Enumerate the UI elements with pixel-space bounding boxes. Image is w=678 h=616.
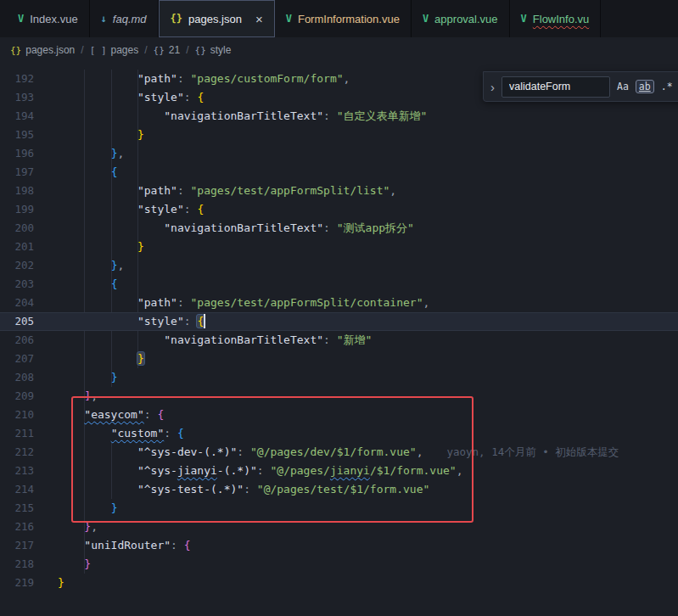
code-line[interactable]: 215 } bbox=[0, 499, 678, 518]
code-editor[interactable]: 192 "path": "pages/customForm/form",193 … bbox=[0, 63, 678, 616]
code-line-content[interactable]: "style": { bbox=[58, 312, 678, 331]
code-line[interactable]: 206 "navigationBarTitleText": "新增" bbox=[0, 331, 678, 350]
code-line-content[interactable]: "uniIdRouter": { bbox=[58, 536, 678, 555]
code-line[interactable]: 210 "easycom": { bbox=[0, 406, 678, 424]
breadcrumb-label: style bbox=[210, 44, 232, 56]
code-line-content[interactable]: ], bbox=[58, 387, 678, 406]
line-number: 200 bbox=[0, 219, 58, 238]
code-line[interactable]: 213 "^sys-jianyi-(.*)": "@/pages/jianyi/… bbox=[0, 462, 678, 480]
code-line-content[interactable]: } bbox=[58, 350, 678, 368]
object-icon: {} bbox=[195, 45, 206, 56]
tab-label: pages.json bbox=[188, 13, 242, 25]
code-line-content[interactable]: "^sys-dev-(.*)": "@/pages/dev/$1/form.vu… bbox=[58, 443, 678, 462]
code-line[interactable]: 211 "custom": { bbox=[0, 424, 678, 443]
code-line[interactable]: 217 "uniIdRouter": { bbox=[0, 536, 678, 555]
code-line-content[interactable]: { bbox=[58, 163, 678, 182]
match-case-icon[interactable]: Aa bbox=[617, 81, 629, 92]
code-line-content[interactable]: }, bbox=[58, 144, 678, 163]
code-line[interactable]: 205 "style": { bbox=[0, 312, 678, 331]
toggle-replace-chevron-icon[interactable]: › bbox=[490, 80, 495, 94]
code-line[interactable]: 202 }, bbox=[0, 256, 678, 275]
vue-file-icon: V bbox=[423, 13, 429, 25]
breadcrumb-item-file[interactable]: {} pages.json bbox=[10, 44, 75, 56]
code-line[interactable]: 199 "style": { bbox=[0, 200, 678, 219]
code-line[interactable]: 208 } bbox=[0, 368, 678, 387]
breadcrumb-separator: / bbox=[81, 44, 83, 56]
code-line[interactable]: 216 }, bbox=[0, 518, 678, 536]
breadcrumb-item-21[interactable]: {} 21 bbox=[154, 44, 181, 56]
code-line-content[interactable]: "^sys-test-(.*)": "@/pages/test/$1/form.… bbox=[58, 480, 678, 499]
code-line[interactable]: 219} bbox=[0, 574, 678, 592]
line-number: 201 bbox=[0, 238, 58, 256]
code-line-content[interactable]: } bbox=[58, 126, 678, 144]
code-line-content[interactable]: } bbox=[58, 574, 678, 592]
code-line-content[interactable]: "navigationBarTitleText": "新增" bbox=[58, 331, 678, 350]
code-line-content[interactable]: }, bbox=[58, 256, 678, 275]
code-line-content[interactable]: "path": "pages/test/appFormSplit/list", bbox=[58, 182, 678, 200]
line-number: 192 bbox=[0, 70, 58, 88]
whole-word-icon[interactable]: ab bbox=[636, 80, 654, 93]
breadcrumb-item-style[interactable]: {} style bbox=[195, 44, 232, 56]
code-line-content[interactable]: "style": { bbox=[58, 200, 678, 219]
line-number: 205 bbox=[0, 312, 58, 331]
code-line[interactable]: 198 "path": "pages/test/appFormSplit/lis… bbox=[0, 182, 678, 200]
tab-index-vue[interactable]: V Index.vue bbox=[7, 0, 90, 37]
line-number: 202 bbox=[0, 256, 58, 275]
tab-pages-json[interactable]: {} pages.json × bbox=[159, 0, 275, 37]
breadcrumb-separator: / bbox=[144, 44, 147, 56]
line-number: 196 bbox=[0, 144, 58, 163]
code-lines: 192 "path": "pages/customForm/form",193 … bbox=[0, 70, 678, 592]
code-line-content[interactable]: } bbox=[58, 499, 678, 518]
line-number: 210 bbox=[0, 406, 58, 424]
close-icon[interactable]: × bbox=[255, 13, 263, 25]
line-number: 195 bbox=[0, 126, 58, 144]
line-number: 211 bbox=[0, 424, 58, 443]
code-line-content[interactable]: }, bbox=[58, 518, 678, 536]
code-line-content[interactable]: { bbox=[58, 275, 678, 294]
code-line-content[interactable]: } bbox=[58, 555, 678, 574]
code-line[interactable]: 218 } bbox=[0, 555, 678, 574]
line-number: 203 bbox=[0, 275, 58, 294]
tab-faq-md[interactable]: ↓ faq.md bbox=[90, 0, 159, 37]
line-number: 215 bbox=[0, 499, 58, 518]
line-number: 194 bbox=[0, 107, 58, 126]
regex-icon[interactable]: .* bbox=[661, 81, 673, 92]
code-line-content[interactable]: "custom": { bbox=[58, 424, 678, 443]
code-line[interactable]: 200 "navigationBarTitleText": "测试app拆分" bbox=[0, 219, 678, 238]
code-line[interactable]: 196 }, bbox=[0, 144, 678, 163]
code-line[interactable]: 212 "^sys-dev-(.*)": "@/pages/dev/$1/for… bbox=[0, 443, 678, 462]
json-file-icon: {} bbox=[171, 13, 182, 25]
tab-label: Index.vue bbox=[30, 13, 77, 25]
code-line[interactable]: 209 ], bbox=[0, 387, 678, 406]
find-input[interactable] bbox=[501, 76, 610, 98]
code-line[interactable]: 195 } bbox=[0, 126, 678, 144]
code-line[interactable]: 203 { bbox=[0, 275, 678, 294]
tab-approval-vue[interactable]: V approval.vue bbox=[412, 0, 510, 37]
code-line-content[interactable]: "^sys-jianyi-(.*)": "@/pages/jianyi/$1/f… bbox=[58, 462, 678, 480]
line-number: 212 bbox=[0, 443, 58, 462]
code-line[interactable]: 207 } bbox=[0, 350, 678, 368]
code-line-content[interactable]: } bbox=[58, 368, 678, 387]
code-line[interactable]: 214 "^sys-test-(.*)": "@/pages/test/$1/f… bbox=[0, 480, 678, 499]
line-number: 198 bbox=[0, 182, 58, 200]
code-line-content[interactable]: "path": "pages/test/appFormSplit/contain… bbox=[58, 294, 678, 312]
code-line[interactable]: 197 { bbox=[0, 163, 678, 182]
vue-file-icon: V bbox=[18, 13, 24, 25]
code-line[interactable]: 201 } bbox=[0, 238, 678, 256]
tab-forminformation-vue[interactable]: V FormInformation.vue bbox=[275, 0, 412, 37]
breadcrumb-item-pages[interactable]: [ ] pages bbox=[90, 44, 139, 56]
breadcrumb-label: pages.json bbox=[25, 44, 75, 56]
markdown-file-icon: ↓ bbox=[101, 13, 107, 25]
code-line-content[interactable]: "navigationBarTitleText": "测试app拆分" bbox=[58, 219, 678, 238]
line-number: 208 bbox=[0, 368, 58, 387]
line-number: 216 bbox=[0, 518, 58, 536]
code-line-content[interactable]: } bbox=[58, 238, 678, 256]
code-line-content[interactable]: "navigationBarTitleText": "自定义表单新增" bbox=[58, 107, 678, 126]
line-number: 217 bbox=[0, 536, 58, 555]
editor-tab-bar: V Index.vue ↓ faq.md {} pages.json × V F… bbox=[0, 0, 678, 37]
tab-flowinfo-vue[interactable]: V FlowInfo.vu bbox=[510, 0, 602, 37]
code-line-content[interactable]: "easycom": { bbox=[58, 406, 678, 424]
code-line[interactable]: 204 "path": "pages/test/appFormSplit/con… bbox=[0, 294, 678, 312]
code-line[interactable]: 194 "navigationBarTitleText": "自定义表单新增" bbox=[0, 107, 678, 126]
breadcrumb-label: 21 bbox=[169, 44, 180, 56]
